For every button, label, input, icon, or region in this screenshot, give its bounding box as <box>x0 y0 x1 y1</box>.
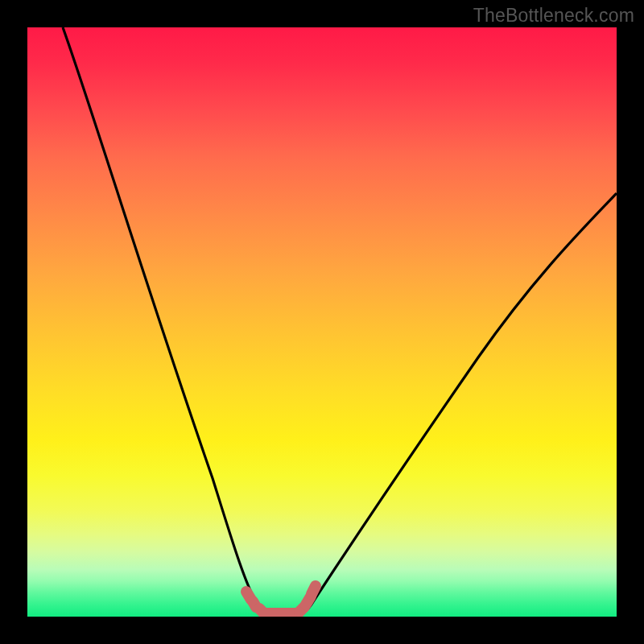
curve-left <box>63 27 270 616</box>
chart-frame: TheBottleneck.com <box>0 0 644 644</box>
watermark-text: TheBottleneck.com <box>473 5 634 27</box>
bottleneck-curve <box>27 27 617 617</box>
plot-area <box>27 27 617 617</box>
trough-markers <box>246 586 316 613</box>
curve-right <box>293 193 617 616</box>
